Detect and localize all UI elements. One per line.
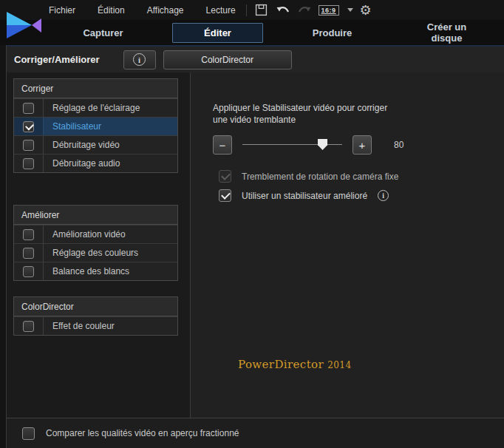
rotation-shake-label: Tremblement de rotation de caméra fixe <box>242 172 398 182</box>
checkbox-cell[interactable] <box>14 99 44 117</box>
sidebar-item-debruitage-audio[interactable]: Débruitage audio <box>14 154 177 172</box>
info-icon[interactable]: i <box>378 190 389 201</box>
menu-toolbar: 16:9 ⚙ <box>254 3 372 18</box>
menu-edition[interactable]: Édition <box>98 5 125 16</box>
sidebar-item-stabilisateur[interactable]: Stabilisateur <box>14 117 177 135</box>
section-gap <box>13 173 178 205</box>
enhanced-stabilizer-label: Utiliser un stabilisateur amélioré <box>242 191 367 201</box>
chevron-down-icon[interactable] <box>347 8 353 12</box>
tab-capturer[interactable]: Capturer <box>46 23 160 43</box>
checkbox[interactable] <box>23 229 34 240</box>
slider-minus-button[interactable]: − <box>213 135 232 155</box>
checkbox-cell[interactable] <box>14 155 44 172</box>
description-line-2: une vidéo tremblante <box>213 114 504 126</box>
undo-icon[interactable] <box>276 3 290 18</box>
checkbox-cell[interactable] <box>14 262 44 280</box>
content-area: Corriger Réglage de l'éclairage Stabilis… <box>7 72 504 418</box>
slider-plus-button[interactable]: + <box>353 135 372 155</box>
save-icon[interactable] <box>254 3 269 18</box>
section-gap <box>13 281 178 296</box>
sidebar-item-label: Stabilisateur <box>44 118 101 135</box>
checkbox[interactable] <box>23 266 34 277</box>
panel-header: Corriger/Améliorer i ColorDirector <box>7 45 504 72</box>
menu-fichier[interactable]: Fichier <box>49 5 75 16</box>
mode-tab-bar: Capturer Éditer Produire Créer un disque <box>0 20 504 45</box>
sidebar-item-label: Réglage de l'éclairage <box>44 99 140 117</box>
checkbox[interactable] <box>23 121 34 132</box>
description-line-1: Appliquer le Stabilisateur vidéo pour co… <box>213 102 504 114</box>
watermark-year: 2014 <box>327 360 351 370</box>
watermark: PowerDirector 2014 <box>238 358 351 371</box>
rotation-shake-option: Tremblement de rotation de caméra fixe <box>219 170 504 183</box>
menu-affichage[interactable]: Affichage <box>147 5 184 16</box>
sidebar-item-label: Amélioration vidéo <box>44 225 126 243</box>
stabilizer-description: Appliquer le Stabilisateur vidéo pour co… <box>213 102 504 126</box>
tab-editer[interactable]: Éditer <box>160 23 275 43</box>
checkbox-cell[interactable] <box>14 225 44 243</box>
tab-produire[interactable]: Produire <box>275 23 389 43</box>
sidebar-item-label: Débruitage audio <box>44 155 120 172</box>
rotation-shake-checkbox <box>219 170 231 183</box>
sidebar-item-debruitage-video[interactable]: Débruitage vidéo <box>14 135 177 154</box>
checkbox[interactable] <box>23 248 34 259</box>
sidebar-item-label: Balance des blancs <box>44 262 129 280</box>
split-preview-checkbox[interactable] <box>22 427 35 440</box>
menu-separator <box>246 4 247 16</box>
sidebar-item-label: Réglage des couleurs <box>44 244 138 262</box>
powerdirector-logo-icon <box>6 10 44 41</box>
menu-items: Fichier Édition Affichage Lecture <box>49 5 236 16</box>
checkbox-cell[interactable] <box>14 244 44 262</box>
checkbox-cell[interactable] <box>14 136 44 154</box>
section-ameliorer: Améliorer Amélioration vidéo Réglage des… <box>13 205 178 281</box>
slider-value: 80 <box>394 140 403 150</box>
checkbox[interactable] <box>23 158 34 169</box>
menu-lecture[interactable]: Lecture <box>206 5 236 16</box>
bottom-bar: Comparer les qualités vidéo en aperçu fr… <box>7 418 504 448</box>
sidebar-item-label: Débruitage vidéo <box>44 136 120 154</box>
stabilizer-settings-pane: Appliquer le Stabilisateur vidéo pour co… <box>191 72 504 418</box>
checkbox[interactable] <box>23 321 34 332</box>
stabilizer-slider-row: − + 80 <box>213 135 504 155</box>
sidebar-item-effet-de-couleur[interactable]: Effet de couleur <box>14 316 177 335</box>
section-corriger: Corriger Réglage de l'éclairage Stabilis… <box>13 78 178 173</box>
watermark-text: PowerDirector <box>238 358 324 371</box>
tab-produire-label: Produire <box>281 23 384 43</box>
checkbox-cell[interactable] <box>14 118 44 135</box>
tab-capturer-label: Capturer <box>51 23 154 43</box>
sidebar-item-label: Effet de couleur <box>44 317 115 335</box>
section-colordirector-header: ColorDirector <box>14 297 177 316</box>
enhanced-stabilizer-checkbox[interactable] <box>219 189 231 202</box>
powerdirector-window: Fichier Édition Affichage Lecture <box>0 0 504 448</box>
checkbox-cell[interactable] <box>14 317 44 335</box>
checkbox[interactable] <box>23 103 34 114</box>
split-preview-label: Comparer les qualités vidéo en aperçu fr… <box>46 428 239 438</box>
sidebar-item-balance-blancs[interactable]: Balance des blancs <box>14 262 177 280</box>
info-button[interactable]: i <box>123 50 156 69</box>
settings-gear-icon[interactable]: ⚙ <box>360 3 372 18</box>
info-icon: i <box>133 53 146 66</box>
aspect-ratio-selector[interactable]: 16:9 <box>319 5 339 16</box>
sidebar-item-reglage-couleurs[interactable]: Réglage des couleurs <box>14 243 177 262</box>
colordirector-button[interactable]: ColorDirector <box>163 50 292 69</box>
section-corriger-header: Corriger <box>14 79 177 98</box>
sidebar-item-reglage-eclairage[interactable]: Réglage de l'éclairage <box>14 98 177 117</box>
section-colordirector: ColorDirector Effet de couleur <box>13 296 178 336</box>
sidebar-item-amelioration-video[interactable]: Amélioration vidéo <box>14 225 177 243</box>
page-title: Corriger/Améliorer <box>14 54 100 65</box>
stabilizer-slider-thumb[interactable] <box>318 139 327 150</box>
section-ameliorer-header: Améliorer <box>14 206 177 225</box>
tool-sidebar: Corriger Réglage de l'éclairage Stabilis… <box>7 72 191 418</box>
enhanced-stabilizer-option: Utiliser un stabilisateur amélioré i <box>219 189 504 202</box>
redo-icon[interactable] <box>297 3 312 18</box>
tab-creer-un-disque-label: Créer un disque <box>389 17 504 48</box>
fix-enhance-panel: Corriger/Améliorer i ColorDirector Corri… <box>6 45 504 448</box>
tab-creer-un-disque[interactable]: Créer un disque <box>389 17 504 48</box>
tab-editer-label: Éditer <box>172 23 263 43</box>
checkbox[interactable] <box>23 140 34 151</box>
stabilizer-slider[interactable] <box>242 135 342 155</box>
